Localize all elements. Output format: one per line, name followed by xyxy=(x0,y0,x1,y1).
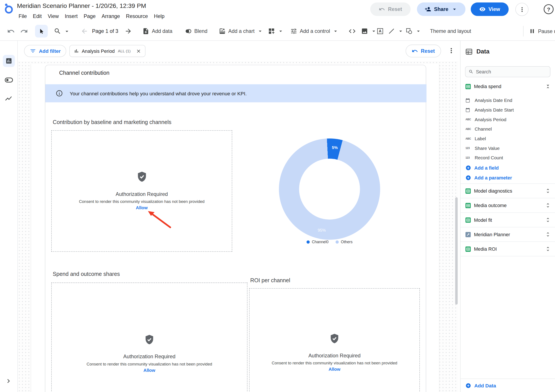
line-tool-button[interactable] xyxy=(388,28,404,35)
controls-tab[interactable] xyxy=(5,76,13,84)
menu-resource[interactable]: Resource xyxy=(123,13,151,20)
menu-insert[interactable]: Insert xyxy=(62,13,80,20)
view-button[interactable]: View xyxy=(471,2,509,16)
dashboard-customize-icon xyxy=(268,28,275,35)
collapse-icon[interactable] xyxy=(545,83,551,89)
source-row[interactable]: Model fit xyxy=(460,213,555,227)
unfold-more-icon[interactable] xyxy=(545,202,551,208)
shield-icon xyxy=(329,333,340,344)
contribution-donut-chart[interactable]: 5% 95% xyxy=(279,139,380,240)
field-list: Analysis Date End Analysis Date Start AB… xyxy=(460,96,555,162)
unfold-more-icon[interactable] xyxy=(545,188,551,194)
add-data-bottom-button[interactable]: Add Data xyxy=(460,379,555,392)
unfold-more-icon[interactable] xyxy=(545,217,551,223)
channel-contribution-card[interactable]: Channel contribution Your channel contri… xyxy=(45,65,426,392)
close-icon[interactable] xyxy=(136,48,141,54)
blend-button[interactable]: Blend xyxy=(185,28,208,35)
source-row[interactable]: Media outcome xyxy=(460,198,555,212)
add-parameter-button[interactable]: Add a parameter xyxy=(460,173,555,183)
toolbar: Page 1 of 3 Add data Blend Add a chart A… xyxy=(0,22,555,41)
info-banner: Your channel contributions help you unde… xyxy=(45,84,427,102)
page-indicator[interactable]: Page 1 of 3 xyxy=(92,28,118,34)
add-chart-button[interactable]: Add a chart xyxy=(219,28,263,35)
add-data-button[interactable]: Add data xyxy=(142,28,172,35)
blend-label: Blend xyxy=(194,28,207,34)
add-circle-icon xyxy=(465,165,471,171)
expand-rail-button[interactable] xyxy=(5,377,13,385)
allow-link[interactable]: Allow xyxy=(136,205,148,210)
redo-button[interactable] xyxy=(20,27,28,35)
next-page-button[interactable] xyxy=(125,27,132,35)
menu-page[interactable]: Page xyxy=(80,13,99,20)
spend-outcome-chart-widget[interactable]: Authorization Required Consent to render… xyxy=(51,283,247,392)
field-row[interactable]: ABC Label xyxy=(460,134,555,143)
source-row[interactable]: Meridian Planner xyxy=(460,227,555,242)
shape-tool-button[interactable] xyxy=(406,28,422,35)
header-more-options-button[interactable] xyxy=(515,3,528,16)
calendar-icon xyxy=(465,108,472,112)
analysis-period-filter-chip[interactable]: Analysis Period ALL (1) xyxy=(69,45,146,57)
text-type-icon: ABC xyxy=(465,127,472,131)
shield-icon xyxy=(136,171,148,183)
undo-button[interactable] xyxy=(7,27,15,35)
report-view-tab[interactable] xyxy=(3,55,15,67)
field-name: Label xyxy=(475,136,486,141)
field-row[interactable]: ABC Channel xyxy=(460,124,555,134)
data-search-box[interactable] xyxy=(465,66,550,77)
source-row[interactable]: Media ROI xyxy=(460,242,555,256)
field-row[interactable]: Analysis Date Start xyxy=(460,105,555,115)
contribution-chart-widget[interactable]: Authorization Required Consent to render… xyxy=(51,130,232,252)
field-row[interactable]: 123 Record Count xyxy=(460,153,555,163)
blend-icon xyxy=(185,28,192,35)
menu-file[interactable]: File xyxy=(15,13,30,20)
tune-icon xyxy=(290,28,297,35)
add-circle-icon xyxy=(465,175,471,181)
text-tool-button[interactable]: A xyxy=(377,28,384,35)
field-name: Analysis Date End xyxy=(475,98,512,103)
source-row[interactable]: Model diagnostics xyxy=(460,183,555,198)
community-visualizations-button[interactable] xyxy=(268,28,284,35)
legend-item-others[interactable]: Others xyxy=(336,240,353,244)
unfold-more-icon[interactable] xyxy=(545,232,551,237)
looker-studio-logo-icon[interactable] xyxy=(2,2,15,15)
embed-button[interactable] xyxy=(348,27,356,35)
add-filter-button[interactable]: Add filter xyxy=(24,45,66,57)
field-row[interactable]: Analysis Date End xyxy=(460,96,555,105)
select-tool-button[interactable] xyxy=(35,25,48,37)
report-canvas[interactable]: Channel contribution Your channel contri… xyxy=(18,61,458,392)
header-reset-button[interactable]: Reset xyxy=(370,2,410,16)
data-search-input[interactable] xyxy=(476,69,547,74)
zoom-tool-button[interactable] xyxy=(54,27,70,35)
trends-tab[interactable] xyxy=(5,95,13,102)
field-name: Record Count xyxy=(475,155,503,160)
vertical-scrollbar[interactable] xyxy=(455,197,458,304)
menu-help[interactable]: Help xyxy=(151,13,168,20)
menu-arrange[interactable]: Arrange xyxy=(99,13,123,20)
help-button[interactable]: ? xyxy=(544,4,554,14)
number-type-icon: 123 xyxy=(465,156,472,160)
roi-chart-widget[interactable]: Authorization Required Consent to render… xyxy=(249,288,420,392)
allow-link[interactable]: Allow xyxy=(329,367,340,372)
share-button[interactable]: Share xyxy=(417,2,465,16)
filter-reset-label: Reset xyxy=(421,48,435,54)
field-row[interactable]: 123 Share Value xyxy=(460,143,555,153)
allow-link[interactable]: Allow xyxy=(143,368,155,373)
filter-bar-more-button[interactable] xyxy=(447,47,455,55)
theme-layout-button[interactable]: Theme and layout xyxy=(430,28,471,34)
menu-edit[interactable]: Edit xyxy=(30,13,45,20)
previous-page-button[interactable] xyxy=(80,27,88,35)
share-dropdown-icon[interactable] xyxy=(451,6,458,12)
section-title-roi: ROI per channel xyxy=(250,277,290,283)
filter-reset-button[interactable]: Reset xyxy=(406,45,441,57)
add-field-button[interactable]: Add a field xyxy=(460,163,555,173)
legend-item-channel0[interactable]: Channel0 xyxy=(307,240,328,244)
pause-updates-button[interactable]: Pause u xyxy=(529,28,555,35)
report-title[interactable]: Meridian Scenario Planner - 1/20/26, 12:… xyxy=(17,2,146,10)
field-row[interactable]: ABC Analysis Period xyxy=(460,115,555,125)
menu-view[interactable]: View xyxy=(45,13,62,20)
unfold-more-icon[interactable] xyxy=(545,246,551,252)
add-control-button[interactable]: Add a control xyxy=(290,28,339,35)
image-tool-button[interactable] xyxy=(361,28,377,35)
line-icon xyxy=(388,28,395,35)
primary-source-row[interactable]: Media spend xyxy=(460,81,555,92)
